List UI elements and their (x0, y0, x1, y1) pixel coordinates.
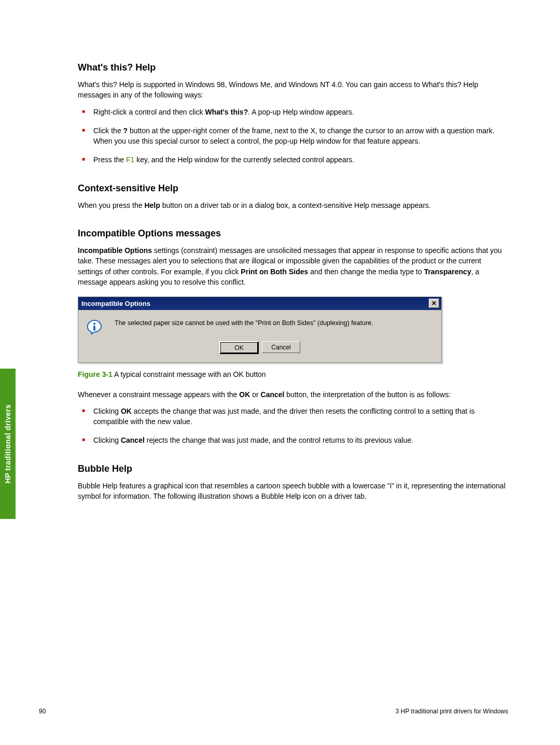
list-item: Right-click a control and then click Wha… (78, 107, 508, 117)
heading-context: Context-sensitive Help (78, 183, 508, 194)
list-item: Click the ? button at the upper-right co… (78, 125, 508, 147)
svg-point-0 (93, 323, 95, 325)
page-content: What's this? Help What's this? Help is s… (78, 62, 508, 501)
cancel-button[interactable]: Cancel (262, 341, 300, 353)
whats-this-list: Right-click a control and then click Wha… (78, 107, 508, 165)
incompatible-options-dialog: Incompatible Options ✕ The selected pape… (78, 297, 442, 363)
list-item: Press the F1 key, and the Help window fo… (78, 154, 508, 165)
heading-incompat: Incompatible Options messages (78, 228, 508, 239)
side-tab-label: HP traditional drivers (4, 404, 12, 483)
whats-this-intro: What's this? Help is supported in Window… (78, 79, 508, 101)
incompat-paragraph: Incompatible Options settings (constrain… (78, 245, 508, 287)
context-paragraph: When you press the Help button on a driv… (78, 200, 508, 210)
figure-label: Figure 3-1 (78, 370, 113, 378)
svg-rect-1 (93, 326, 95, 330)
list-item: Clicking OK accepts the change that was … (78, 406, 508, 427)
page-footer: 90 3 HP traditional print drivers for Wi… (39, 708, 508, 715)
info-icon (87, 319, 102, 335)
page-number: 90 (39, 708, 46, 715)
list-item: Clicking Cancel rejects the change that … (78, 435, 508, 445)
dialog-titlebar: Incompatible Options ✕ (78, 297, 441, 310)
dialog-message: The selected paper size cannot be used w… (115, 319, 373, 327)
f1-key: F1 (126, 156, 134, 164)
side-tab: HP traditional drivers (0, 369, 16, 519)
dialog-title-text: Incompatible Options (81, 300, 150, 307)
after-dialog-paragraph: Whenever a constraint message appears wi… (78, 389, 508, 400)
heading-bubble: Bubble Help (78, 463, 508, 474)
close-icon[interactable]: ✕ (429, 299, 439, 308)
dialog-body: The selected paper size cannot be used w… (78, 310, 441, 339)
chapter-label: 3 HP traditional print drivers for Windo… (396, 708, 508, 715)
figure-caption: Figure 3-1 A typical constraint message … (78, 369, 508, 379)
after-dialog-list: Clicking OK accepts the change that was … (78, 406, 508, 446)
bubble-paragraph: Bubble Help features a graphical icon th… (78, 481, 508, 502)
dialog-buttons: OK Cancel (78, 339, 441, 362)
ok-button[interactable]: OK (219, 341, 259, 354)
heading-whats-this: What's this? Help (78, 62, 508, 73)
